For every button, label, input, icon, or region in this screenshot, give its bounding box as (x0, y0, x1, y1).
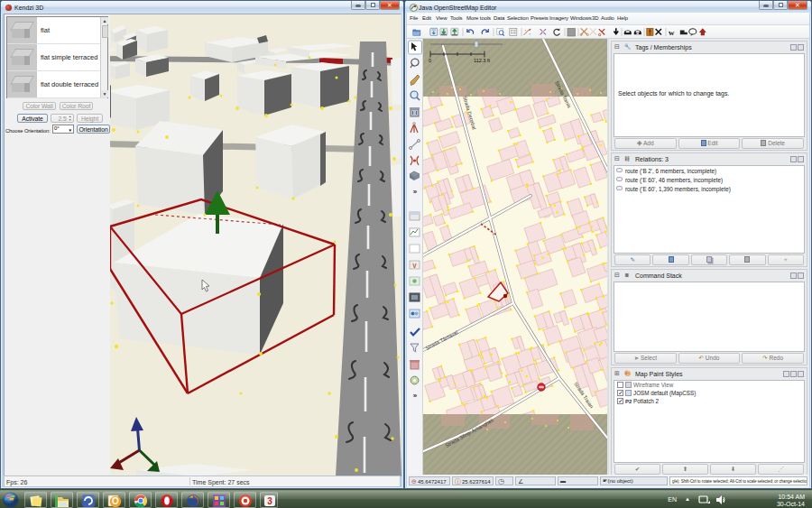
svg-text:V: V (412, 263, 417, 269)
svg-text:3: 3 (267, 496, 272, 506)
svg-text:112.3 ft: 112.3 ft (474, 58, 490, 63)
svg-text:O: O (112, 496, 119, 506)
svg-text:0: 0 (429, 58, 431, 63)
svg-text:»: » (413, 392, 418, 400)
svg-text:»: » (413, 188, 418, 196)
svg-text:w: w (669, 28, 675, 37)
